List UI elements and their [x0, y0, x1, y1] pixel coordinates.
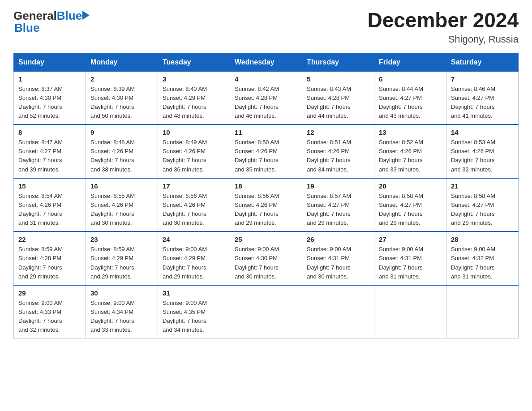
day-info: Sunrise: 8:43 AMSunset: 4:28 PMDaylight:…: [307, 85, 369, 121]
day-number: 22: [18, 235, 81, 243]
day-number: 2: [90, 75, 153, 83]
day-info: Sunrise: 9:00 AMSunset: 4:35 PMDaylight:…: [163, 299, 225, 335]
calendar-week-row: 15Sunrise: 8:54 AMSunset: 4:26 PMDayligh…: [14, 178, 519, 232]
calendar-cell: 19Sunrise: 8:57 AMSunset: 4:27 PMDayligh…: [302, 178, 374, 232]
day-number: 28: [451, 235, 514, 243]
day-info: Sunrise: 8:49 AMSunset: 4:26 PMDaylight:…: [163, 138, 225, 174]
page-header: GeneralBlue Blue December 2024 Shigony, …: [13, 9, 519, 45]
calendar-title: December 2024: [367, 9, 519, 32]
day-info: Sunrise: 8:52 AMSunset: 4:26 PMDaylight:…: [379, 138, 442, 174]
calendar-week-row: 1Sunrise: 8:37 AMSunset: 4:30 PMDaylight…: [14, 71, 519, 125]
logo-general: General: [13, 9, 57, 22]
day-number: 7: [451, 75, 514, 83]
calendar-cell: 27Sunrise: 9:00 AMSunset: 4:31 PMDayligh…: [374, 231, 446, 285]
calendar-week-row: 22Sunrise: 8:59 AMSunset: 4:28 PMDayligh…: [14, 231, 519, 285]
day-number: 11: [235, 128, 297, 136]
day-info: Sunrise: 9:00 AMSunset: 4:32 PMDaylight:…: [451, 245, 514, 281]
calendar-cell: [230, 285, 302, 338]
day-number: 21: [451, 182, 514, 190]
day-info: Sunrise: 8:59 AMSunset: 4:29 PMDaylight:…: [90, 245, 153, 281]
calendar-cell: 25Sunrise: 9:00 AMSunset: 4:30 PMDayligh…: [230, 231, 302, 285]
day-info: Sunrise: 8:56 AMSunset: 4:26 PMDaylight:…: [163, 192, 225, 228]
calendar-cell: [374, 285, 446, 338]
calendar-cell: 3Sunrise: 8:40 AMSunset: 4:29 PMDaylight…: [158, 71, 230, 125]
day-info: Sunrise: 8:56 AMSunset: 4:26 PMDaylight:…: [235, 192, 297, 228]
calendar-cell: 17Sunrise: 8:56 AMSunset: 4:26 PMDayligh…: [158, 178, 230, 232]
day-number: 6: [379, 75, 442, 83]
calendar-cell: 5Sunrise: 8:43 AMSunset: 4:28 PMDaylight…: [302, 71, 374, 125]
day-info: Sunrise: 9:00 AMSunset: 4:30 PMDaylight:…: [235, 245, 297, 281]
day-info: Sunrise: 8:58 AMSunset: 4:27 PMDaylight:…: [379, 192, 442, 228]
calendar-cell: 18Sunrise: 8:56 AMSunset: 4:26 PMDayligh…: [230, 178, 302, 232]
weekday-header-tuesday: Tuesday: [158, 53, 230, 71]
calendar-cell: [302, 285, 374, 338]
weekday-header-friday: Friday: [374, 53, 446, 71]
day-number: 23: [90, 235, 153, 243]
calendar-week-row: 29Sunrise: 9:00 AMSunset: 4:33 PMDayligh…: [14, 285, 519, 338]
calendar-cell: [446, 285, 519, 338]
calendar-cell: 31Sunrise: 9:00 AMSunset: 4:35 PMDayligh…: [158, 285, 230, 338]
day-info: Sunrise: 8:48 AMSunset: 4:26 PMDaylight:…: [90, 138, 153, 174]
day-info: Sunrise: 8:51 AMSunset: 4:26 PMDaylight:…: [307, 138, 369, 174]
day-number: 30: [90, 289, 153, 297]
day-number: 5: [307, 75, 369, 83]
day-info: Sunrise: 9:00 AMSunset: 4:34 PMDaylight:…: [90, 299, 153, 335]
day-number: 3: [163, 75, 225, 83]
day-number: 20: [379, 182, 442, 190]
day-number: 10: [163, 128, 225, 136]
day-number: 14: [451, 128, 514, 136]
day-number: 31: [163, 289, 225, 297]
calendar-cell: 24Sunrise: 9:00 AMSunset: 4:29 PMDayligh…: [158, 231, 230, 285]
calendar-cell: 11Sunrise: 8:50 AMSunset: 4:26 PMDayligh…: [230, 124, 302, 178]
day-number: 18: [235, 182, 297, 190]
calendar-cell: 20Sunrise: 8:58 AMSunset: 4:27 PMDayligh…: [374, 178, 446, 232]
day-info: Sunrise: 9:00 AMSunset: 4:31 PMDaylight:…: [379, 245, 442, 281]
day-number: 26: [307, 235, 369, 243]
day-info: Sunrise: 8:57 AMSunset: 4:27 PMDaylight:…: [307, 192, 369, 228]
calendar-cell: 14Sunrise: 8:53 AMSunset: 4:26 PMDayligh…: [446, 124, 519, 178]
calendar-cell: 23Sunrise: 8:59 AMSunset: 4:29 PMDayligh…: [86, 231, 158, 285]
weekday-header-saturday: Saturday: [446, 53, 519, 71]
logo: GeneralBlue Blue: [13, 9, 90, 35]
day-number: 24: [163, 235, 225, 243]
calendar-body: 1Sunrise: 8:37 AMSunset: 4:30 PMDaylight…: [14, 71, 519, 338]
day-number: 8: [18, 128, 81, 136]
calendar-subtitle: Shigony, Russia: [367, 34, 519, 45]
calendar-cell: 22Sunrise: 8:59 AMSunset: 4:28 PMDayligh…: [14, 231, 86, 285]
day-info: Sunrise: 9:00 AMSunset: 4:29 PMDaylight:…: [163, 245, 225, 281]
calendar-cell: 6Sunrise: 8:44 AMSunset: 4:27 PMDaylight…: [374, 71, 446, 125]
day-info: Sunrise: 8:59 AMSunset: 4:28 PMDaylight:…: [18, 245, 81, 281]
calendar-table: SundayMondayTuesdayWednesdayThursdayFrid…: [13, 53, 519, 339]
calendar-cell: 29Sunrise: 9:00 AMSunset: 4:33 PMDayligh…: [14, 285, 86, 338]
day-info: Sunrise: 9:00 AMSunset: 4:31 PMDaylight:…: [307, 245, 369, 281]
logo-arrow-icon: [82, 11, 90, 20]
day-number: 13: [379, 128, 442, 136]
weekday-header-row: SundayMondayTuesdayWednesdayThursdayFrid…: [14, 53, 519, 71]
weekday-header-sunday: Sunday: [14, 53, 86, 71]
day-number: 17: [163, 182, 225, 190]
calendar-cell: 12Sunrise: 8:51 AMSunset: 4:26 PMDayligh…: [302, 124, 374, 178]
calendar-cell: 15Sunrise: 8:54 AMSunset: 4:26 PMDayligh…: [14, 178, 86, 232]
calendar-header: SundayMondayTuesdayWednesdayThursdayFrid…: [14, 53, 519, 71]
day-number: 1: [18, 75, 81, 83]
calendar-cell: 10Sunrise: 8:49 AMSunset: 4:26 PMDayligh…: [158, 124, 230, 178]
day-number: 19: [307, 182, 369, 190]
day-info: Sunrise: 8:55 AMSunset: 4:26 PMDaylight:…: [90, 192, 153, 228]
calendar-cell: 13Sunrise: 8:52 AMSunset: 4:26 PMDayligh…: [374, 124, 446, 178]
calendar-cell: 7Sunrise: 8:46 AMSunset: 4:27 PMDaylight…: [446, 71, 519, 125]
calendar-cell: 8Sunrise: 8:47 AMSunset: 4:27 PMDaylight…: [14, 124, 86, 178]
day-info: Sunrise: 8:47 AMSunset: 4:27 PMDaylight:…: [18, 138, 81, 174]
calendar-cell: 28Sunrise: 9:00 AMSunset: 4:32 PMDayligh…: [446, 231, 519, 285]
day-info: Sunrise: 8:39 AMSunset: 4:30 PMDaylight:…: [90, 85, 153, 121]
day-info: Sunrise: 8:46 AMSunset: 4:27 PMDaylight:…: [451, 85, 514, 121]
calendar-cell: 4Sunrise: 8:42 AMSunset: 4:28 PMDaylight…: [230, 71, 302, 125]
weekday-header-monday: Monday: [86, 53, 158, 71]
day-number: 27: [379, 235, 442, 243]
logo-blue-line: Blue: [14, 21, 90, 35]
title-block: December 2024 Shigony, Russia: [367, 9, 519, 45]
calendar-cell: 9Sunrise: 8:48 AMSunset: 4:26 PMDaylight…: [86, 124, 158, 178]
calendar-cell: 26Sunrise: 9:00 AMSunset: 4:31 PMDayligh…: [302, 231, 374, 285]
day-info: Sunrise: 8:37 AMSunset: 4:30 PMDaylight:…: [18, 85, 81, 121]
day-number: 25: [235, 235, 297, 243]
calendar-cell: 1Sunrise: 8:37 AMSunset: 4:30 PMDaylight…: [14, 71, 86, 125]
